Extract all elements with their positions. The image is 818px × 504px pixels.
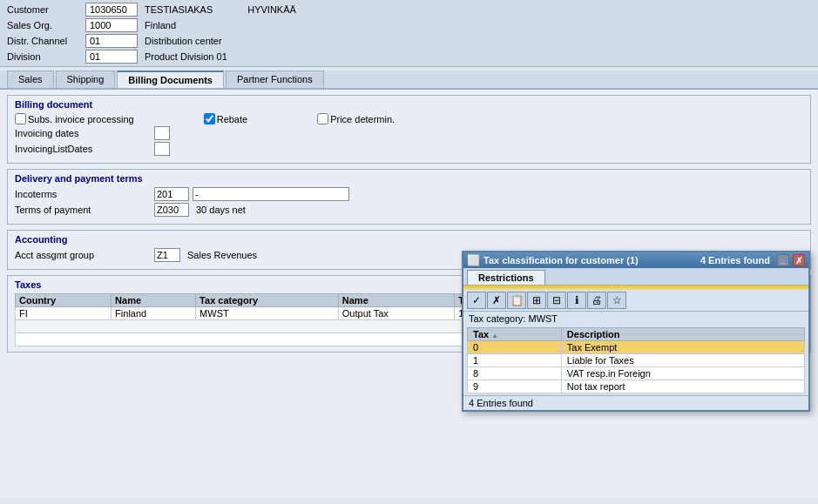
- checkboxes-row: Subs. invoice processing Rebate Price de…: [15, 113, 803, 124]
- tab-partner-functions[interactable]: Partner Functions: [226, 71, 324, 88]
- popup-row-1[interactable]: 1 Liable for Taxes: [468, 354, 805, 367]
- billing-section: Billing document Subs. invoice processin…: [7, 95, 811, 164]
- price-determin-label: Price determin.: [330, 114, 395, 124]
- popup-toolbar: ✓ ✗ 📋 ⊞ ⊟ ℹ 🖨 ☆: [463, 290, 808, 312]
- terms-of-payment-input[interactable]: [154, 203, 189, 217]
- cell-country: FI: [16, 307, 112, 320]
- popup-titlebar: ⬜ Tax classification for customer (1) 4 …: [463, 252, 808, 268]
- main-container: Customer 1030650 TESTIASIAKAS HYVINKÄÄ S…: [0, 0, 818, 504]
- header-bar: Customer 1030650 TESTIASIAKAS HYVINKÄÄ S…: [0, 0, 818, 67]
- tab-sales[interactable]: Sales: [7, 71, 54, 88]
- subs-invoice-checkbox-label[interactable]: Subs. invoice processing: [15, 113, 134, 124]
- cell-name: Finland: [112, 307, 196, 320]
- customer-row: Customer 1030650 TESTIASIAKAS HYVINKÄÄ: [7, 2, 811, 17]
- sales-org-id: 1000: [85, 18, 138, 32]
- popup-tab-restrictions[interactable]: Restrictions: [467, 270, 545, 285]
- popup-table-container: Tax ▲ Description 0 Tax Exempt 1: [463, 326, 808, 395]
- toolbar-grid-minus-btn[interactable]: ⊟: [547, 292, 566, 309]
- delivery-section-title: Delivery and payment terms: [15, 173, 803, 184]
- incoterms-code-input[interactable]: [154, 187, 189, 201]
- popup-col-tax[interactable]: Tax ▲: [468, 328, 562, 341]
- col-tax-category: Tax category: [196, 294, 339, 307]
- popup-table-header: Tax ▲ Description: [468, 328, 805, 341]
- toolbar-info-btn[interactable]: ℹ: [567, 292, 586, 309]
- popup-cell-tax-9: 9: [468, 380, 562, 393]
- incoterms-desc-input[interactable]: [193, 187, 349, 201]
- incoterms-row: Incoterms: [15, 187, 803, 201]
- division-name: Product Division 01: [145, 51, 227, 62]
- acct-assgmt-desc: Sales Revenues: [187, 250, 257, 260]
- terms-of-payment-row: Terms of payment 30 days net: [15, 203, 803, 217]
- popup-dialog: ⬜ Tax classification for customer (1) 4 …: [462, 251, 810, 412]
- popup-cell-desc-8: VAT resp.in Foreign: [561, 367, 804, 380]
- invoicing-list-dates-row: InvoicingListDates: [15, 142, 803, 156]
- invoicing-dates-row: Invoicing dates: [15, 126, 803, 140]
- rebate-label: Rebate: [217, 114, 247, 124]
- popup-icon: ⬜: [467, 254, 480, 266]
- popup-title: Tax classification for customer (1): [483, 255, 693, 265]
- tax-category-value: MWST: [528, 313, 558, 324]
- popup-cell-tax-1: 1: [468, 354, 562, 367]
- popup-tax-category: Tax category: MWST: [463, 312, 808, 326]
- cell-tax-category: MWST: [196, 307, 339, 320]
- terms-of-payment-label: Terms of payment: [15, 205, 154, 215]
- division-label: Division: [7, 51, 85, 62]
- sales-org-name: Finland: [145, 20, 176, 30]
- distr-channel-name: Distribution center: [145, 36, 222, 46]
- toolbar-cross-btn[interactable]: ✗: [487, 292, 506, 309]
- division-row: Division 01 Product Division 01: [7, 49, 811, 64]
- billing-section-title: Billing document: [15, 99, 803, 110]
- popup-entries-count: 4 Entries found: [700, 255, 770, 265]
- invoicing-dates-label: Invoicing dates: [15, 128, 154, 138]
- incoterms-label: Incoterms: [15, 189, 154, 199]
- toolbar-checkmark-btn[interactable]: ✓: [467, 292, 486, 309]
- popup-col-description[interactable]: Description: [561, 328, 804, 341]
- popup-row-0[interactable]: 0 Tax Exempt: [468, 341, 805, 354]
- price-determin-checkbox-label[interactable]: Price determin.: [317, 113, 395, 124]
- invoicing-list-dates-label: InvoicingListDates: [15, 144, 154, 154]
- subs-invoice-checkbox[interactable]: [15, 113, 26, 124]
- invoicing-dates-input[interactable]: [154, 126, 170, 140]
- sales-org-row: Sales Org. 1000 Finland: [7, 17, 811, 33]
- toolbar-grid-plus-btn[interactable]: ⊞: [527, 292, 546, 309]
- toolbar-star-btn[interactable]: ☆: [607, 292, 626, 309]
- terms-of-payment-desc: 30 days net: [196, 205, 246, 215]
- toolbar-copy-btn[interactable]: 📋: [507, 292, 526, 309]
- popup-minimize-btn[interactable]: _: [777, 254, 789, 266]
- col-country: Country: [16, 294, 112, 307]
- accounting-section-title: Accounting: [15, 234, 803, 245]
- tax-category-label: Tax category:: [469, 313, 525, 324]
- popup-footer-text: 4 Entries found: [469, 398, 533, 408]
- customer-id: 1030650: [85, 3, 138, 17]
- toolbar-print-btn[interactable]: 🖨: [587, 292, 606, 309]
- popup-close-btn[interactable]: ✗: [793, 254, 805, 266]
- customer-city: HYVINKÄÄ: [247, 4, 296, 15]
- popup-cell-desc-9: Not tax report: [561, 380, 804, 393]
- delivery-section: Delivery and payment terms Incoterms Ter…: [7, 169, 811, 225]
- sales-org-label: Sales Org.: [7, 20, 85, 30]
- col-name: Name: [112, 294, 196, 307]
- popup-cell-desc-0: Tax Exempt: [561, 341, 804, 354]
- division-id: 01: [85, 50, 138, 64]
- tabs-bar: Sales Shipping Billing Documents Partner…: [0, 71, 818, 90]
- popup-cell-tax-0: 0: [468, 341, 562, 354]
- rebate-checkbox-label[interactable]: Rebate: [204, 113, 247, 124]
- tab-shipping[interactable]: Shipping: [56, 71, 116, 88]
- popup-row-8[interactable]: 8 VAT resp.in Foreign: [468, 367, 805, 380]
- popup-tabs: Restrictions: [463, 268, 808, 285]
- sort-indicator: ▲: [491, 332, 498, 339]
- popup-cell-tax-8: 8: [468, 367, 562, 380]
- acct-assgmt-code-input[interactable]: [154, 248, 180, 262]
- popup-cell-desc-1: Liable for Taxes: [561, 354, 804, 367]
- acct-assgmt-label: Acct assgmt group: [15, 250, 154, 260]
- subs-invoice-label: Subs. invoice processing: [28, 114, 134, 124]
- rebate-checkbox[interactable]: [204, 113, 215, 124]
- popup-row-9[interactable]: 9 Not tax report: [468, 380, 805, 393]
- tab-billing-documents[interactable]: Billing Documents: [117, 71, 224, 88]
- distr-channel-label: Distr. Channel: [7, 36, 85, 46]
- price-determin-checkbox[interactable]: [317, 113, 328, 124]
- distr-channel-id: 01: [85, 34, 138, 48]
- invoicing-list-dates-input[interactable]: [154, 142, 170, 156]
- popup-footer: 4 Entries found: [463, 395, 808, 410]
- customer-name: TESTIASIAKAS: [145, 4, 213, 15]
